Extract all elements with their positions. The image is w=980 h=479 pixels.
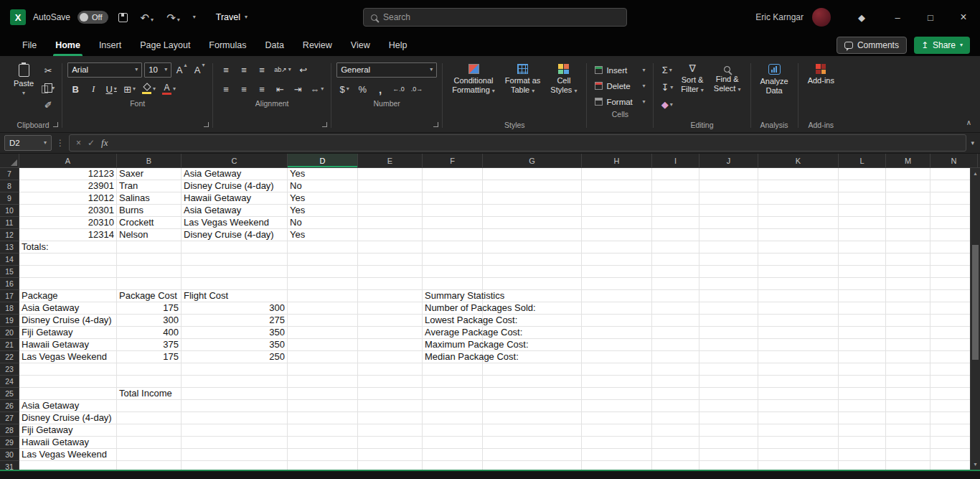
cell-H29[interactable] (582, 437, 652, 449)
cell-I13[interactable] (652, 241, 699, 254)
cell-H30[interactable] (582, 449, 652, 461)
paste-button[interactable]: Paste ▾ (9, 60, 38, 120)
cell-M21[interactable] (886, 339, 930, 351)
decrease-decimal-button[interactable]: .0→ (409, 82, 425, 97)
cell-L24[interactable] (839, 376, 886, 388)
cell-I7[interactable] (652, 168, 699, 180)
cell-M22[interactable] (886, 351, 930, 363)
merge-center-button[interactable]: ⇔▾ (308, 82, 326, 97)
clear-button[interactable]: ◆▾ (659, 97, 675, 112)
cell-E7[interactable] (358, 168, 423, 180)
row-header-24[interactable]: 24 (0, 376, 19, 388)
row-header-12[interactable]: 12 (0, 229, 19, 241)
cell-A26[interactable]: Asia Getaway (19, 400, 117, 412)
cell-E18[interactable] (358, 302, 423, 315)
cell-M20[interactable] (886, 327, 930, 339)
cell-E16[interactable] (358, 278, 423, 290)
cell-A8[interactable]: 23901 (19, 180, 117, 192)
cell-K31[interactable] (758, 461, 839, 470)
cell-M30[interactable] (886, 449, 930, 461)
cell-B16[interactable] (117, 278, 182, 290)
scroll-up-button[interactable]: ▴ (971, 168, 980, 179)
cell-D14[interactable] (288, 254, 358, 266)
cell-A21[interactable]: Hawaii Getaway (19, 339, 117, 351)
cell-J31[interactable] (699, 461, 758, 470)
cell-B11[interactable]: Crockett (117, 217, 182, 229)
cell-D30[interactable] (288, 449, 358, 461)
cell-D11[interactable]: No (288, 217, 358, 229)
cell-A17[interactable]: Package (19, 290, 117, 302)
cell-K24[interactable] (758, 376, 839, 388)
cell-L9[interactable] (839, 192, 886, 205)
share-button[interactable]: ↥ Share ▾ (914, 37, 970, 54)
column-header-N[interactable]: N (930, 154, 978, 167)
cell-E21[interactable] (358, 339, 423, 351)
cell-C7[interactable]: Asia Getaway (182, 168, 288, 180)
cell-J15[interactable] (699, 266, 758, 278)
cut-button[interactable]: ✂ (39, 63, 57, 78)
cell-F23[interactable] (423, 363, 483, 376)
cell-A24[interactable] (19, 376, 117, 388)
cell-H12[interactable] (582, 229, 652, 241)
cell-E26[interactable] (358, 400, 423, 412)
cell-A11[interactable]: 20310 (19, 217, 117, 229)
cell-H21[interactable] (582, 339, 652, 351)
tab-help[interactable]: Help (380, 34, 417, 56)
increase-indent-button[interactable]: ⇥ (290, 82, 306, 97)
cell-E22[interactable] (358, 351, 423, 363)
cell-D8[interactable]: No (288, 180, 358, 192)
cell-L17[interactable] (839, 290, 886, 302)
cell-H18[interactable] (582, 302, 652, 315)
cell-K22[interactable] (758, 351, 839, 363)
cell-A16[interactable] (19, 278, 117, 290)
cell-M23[interactable] (886, 363, 930, 376)
cell-styles-button[interactable]: CellStyles ▾ (546, 60, 581, 120)
tab-view[interactable]: View (341, 34, 380, 56)
cell-K11[interactable] (758, 217, 839, 229)
cell-C14[interactable] (182, 254, 288, 266)
cell-J10[interactable] (699, 205, 758, 217)
cell-L14[interactable] (839, 254, 886, 266)
cell-C9[interactable]: Hawaii Getaway (182, 192, 288, 205)
cell-C19[interactable]: 275 (182, 315, 288, 327)
cell-L12[interactable] (839, 229, 886, 241)
cell-A7[interactable]: 12123 (19, 168, 117, 180)
row-header-28[interactable]: 28 (0, 424, 19, 437)
cell-I27[interactable] (652, 412, 699, 424)
align-bottom-button[interactable]: ≡ (254, 62, 270, 78)
cell-F12[interactable] (423, 229, 483, 241)
maximize-button[interactable]: □ (914, 0, 947, 34)
cell-B25[interactable]: Total Income (117, 388, 182, 400)
cell-M12[interactable] (886, 229, 930, 241)
cell-D12[interactable]: Yes (288, 229, 358, 241)
cell-G15[interactable] (483, 266, 582, 278)
cell-I12[interactable] (652, 229, 699, 241)
cell-F31[interactable] (423, 461, 483, 470)
cell-H22[interactable] (582, 351, 652, 363)
cell-D13[interactable] (288, 241, 358, 254)
row-header-23[interactable]: 23 (0, 363, 19, 376)
cell-F10[interactable] (423, 205, 483, 217)
accounting-format-button[interactable]: $▾ (336, 82, 352, 97)
cell-L20[interactable] (839, 327, 886, 339)
cell-E24[interactable] (358, 376, 423, 388)
cell-F11[interactable] (423, 217, 483, 229)
percent-style-button[interactable]: % (354, 82, 370, 97)
cell-J19[interactable] (699, 315, 758, 327)
cell-M25[interactable] (886, 388, 930, 400)
cell-I14[interactable] (652, 254, 699, 266)
cell-K20[interactable] (758, 327, 839, 339)
cell-B8[interactable]: Tran (117, 180, 182, 192)
cell-L11[interactable] (839, 217, 886, 229)
cell-A30[interactable]: Las Vegas Weekend (19, 449, 117, 461)
cell-E28[interactable] (358, 424, 423, 437)
cell-L7[interactable] (839, 168, 886, 180)
cell-H10[interactable] (582, 205, 652, 217)
cell-C18[interactable]: 300 (182, 302, 288, 315)
cell-B13[interactable] (117, 241, 182, 254)
row-header-10[interactable]: 10 (0, 205, 19, 217)
cell-C25[interactable] (182, 388, 288, 400)
cell-M7[interactable] (886, 168, 930, 180)
row-header-29[interactable]: 29 (0, 437, 19, 449)
cell-D20[interactable] (288, 327, 358, 339)
